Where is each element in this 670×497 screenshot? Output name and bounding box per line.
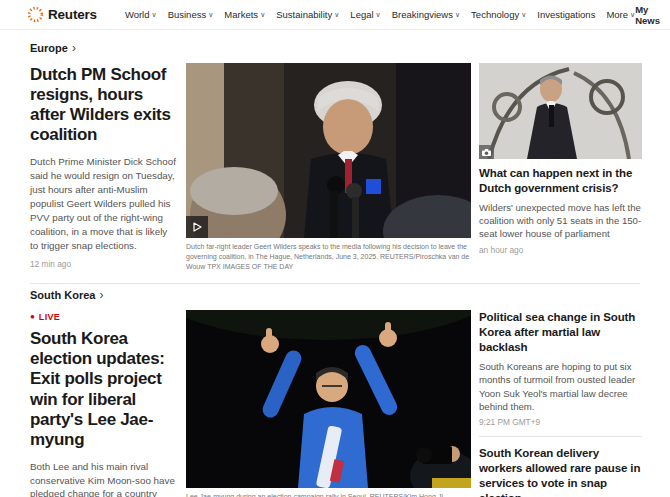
teaser-divider xyxy=(479,436,642,437)
teaser-summary: South Koreans are hoping to put six mont… xyxy=(479,360,642,413)
chevron-right-icon: › xyxy=(99,289,103,301)
teaser-timestamp: 9:21 PM GMT+9 xyxy=(479,417,642,427)
south-korea-side-column: Political sea change in South Korea afte… xyxy=(479,310,642,497)
nav-item-markets[interactable]: Markets∨ xyxy=(224,9,265,20)
nav-item-technology[interactable]: Technology∨ xyxy=(471,9,526,20)
lead-media-europe: Dutch far-right leader Geert Wilders spe… xyxy=(186,63,471,271)
nav-item-investigations[interactable]: Investigations xyxy=(537,9,595,20)
top-nav-bar: Reuters World∨ Business∨ Markets∨ Sustai… xyxy=(0,0,670,30)
teaser-headline[interactable]: South Korean delivery workers allowed ra… xyxy=(479,446,642,497)
reuters-logo-icon xyxy=(27,6,44,23)
section-divider xyxy=(30,283,640,284)
play-button[interactable] xyxy=(186,216,208,238)
teaser-timestamp: an hour ago xyxy=(479,245,642,255)
camera-badge xyxy=(479,145,494,159)
chevron-down-icon: ∨ xyxy=(152,11,157,18)
teaser-summary: Wilders' unexpected move has left the co… xyxy=(479,201,642,241)
lead-headline-south-korea[interactable]: South Korea election updates: Exit polls… xyxy=(30,329,178,449)
nav-right-cluster: My News Sign In Register xyxy=(635,0,670,32)
nav-item-breakingviews[interactable]: Breakingviews∨ xyxy=(392,9,460,20)
live-label: LIVE xyxy=(39,312,60,322)
reuters-logo[interactable]: Reuters xyxy=(27,6,97,23)
nav-item-world[interactable]: World∨ xyxy=(125,9,157,20)
schoof-photo-thumbnail[interactable] xyxy=(479,63,642,159)
lead-story-text: Dutch PM Schoof resigns, hours after Wil… xyxy=(30,63,178,271)
chevron-down-icon: ∨ xyxy=(455,11,460,18)
my-news-link[interactable]: My News xyxy=(635,4,660,26)
teaser-dutch-crisis[interactable]: What can happen next in the Dutch govern… xyxy=(479,63,642,255)
teaser-political-sea-change[interactable]: Political sea change in South Korea afte… xyxy=(479,310,642,427)
section-link-south-korea[interactable]: South Korea › xyxy=(30,289,640,301)
lead-media-caption-south-korea: Lee Jae-myung during an election campaig… xyxy=(186,492,471,497)
chevron-down-icon: ∨ xyxy=(521,11,526,18)
live-badge: ● LIVE xyxy=(30,312,178,322)
chevron-down-icon: ∨ xyxy=(260,11,265,18)
camera-icon xyxy=(482,149,491,156)
schoof-photo xyxy=(479,63,642,159)
lead-story-text: ● LIVE South Korea election updates: Exi… xyxy=(30,310,178,497)
chevron-right-icon: › xyxy=(72,42,76,54)
teaser-delivery-workers[interactable]: South Korean delivery workers allowed ra… xyxy=(479,446,642,497)
lee-rally-photo xyxy=(186,310,471,488)
nav-item-sustainability[interactable]: Sustainability∨ xyxy=(276,9,339,20)
chevron-down-icon: ∨ xyxy=(208,11,213,18)
nav-item-more[interactable]: More∨ xyxy=(606,9,635,20)
wilders-video-thumbnail[interactable] xyxy=(186,63,471,238)
lead-timestamp-europe: 12 min ago xyxy=(30,259,178,269)
section-europe: Europe › Dutch PM Schoof resigns, hours … xyxy=(30,42,640,271)
europe-side-column: What can happen next in the Dutch govern… xyxy=(479,63,642,271)
section-south-korea: South Korea › ● LIVE South Korea electio… xyxy=(30,289,640,497)
primary-nav: World∨ Business∨ Markets∨ Sustainability… xyxy=(125,9,635,20)
lee-rally-photo-thumbnail[interactable] xyxy=(186,310,471,488)
wilders-press-photo xyxy=(186,63,471,238)
reuters-wordmark: Reuters xyxy=(48,7,97,22)
homepage-content: Europe › Dutch PM Schoof resigns, hours … xyxy=(0,30,670,497)
lead-media-south-korea: Lee Jae-myung during an election campaig… xyxy=(186,310,471,497)
live-dot-icon: ● xyxy=(30,313,35,321)
teaser-headline[interactable]: What can happen next in the Dutch govern… xyxy=(479,166,642,196)
nav-item-business[interactable]: Business∨ xyxy=(168,9,214,20)
play-icon xyxy=(192,222,202,232)
section-link-europe[interactable]: Europe › xyxy=(30,42,640,54)
teaser-headline[interactable]: Political sea change in South Korea afte… xyxy=(479,310,642,355)
chevron-down-icon: ∨ xyxy=(334,11,339,18)
lead-summary-europe: Dutch Prime Minister Dick Schoof said he… xyxy=(30,155,178,252)
lead-headline-europe[interactable]: Dutch PM Schoof resigns, hours after Wil… xyxy=(30,65,178,145)
lead-summary-south-korea: Both Lee and his main rival conservative… xyxy=(30,460,178,497)
lead-media-caption-europe: Dutch far-right leader Geert Wilders spe… xyxy=(186,242,471,271)
nav-item-legal[interactable]: Legal∨ xyxy=(350,9,380,20)
chevron-down-icon: ∨ xyxy=(376,11,381,18)
